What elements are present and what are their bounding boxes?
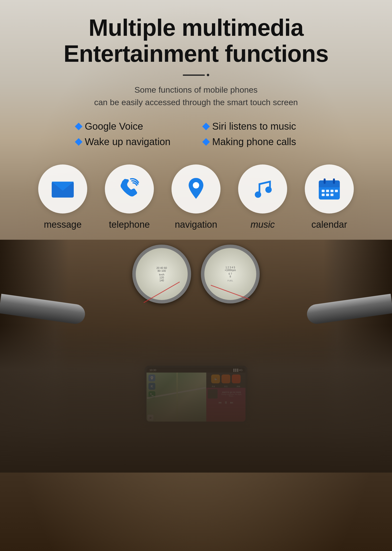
- feature-siri-music: Siri listens to music: [203, 121, 316, 132]
- svg-rect-12: [335, 190, 338, 192]
- svg-point-4: [255, 191, 261, 198]
- calendar-icon-circle: [305, 164, 354, 213]
- main-content: Multiple multimedia Entertainment functi…: [0, 0, 392, 230]
- message-icon-circle: [38, 164, 87, 213]
- feature-wake-navigation: Wake up navigation: [76, 136, 189, 147]
- message-icon: [49, 175, 76, 202]
- message-label: message: [44, 219, 82, 230]
- divider-line: [183, 75, 205, 76]
- telephone-label: telephone: [109, 219, 150, 230]
- motorcycle-section: 20 40 60 80 100 km/h 120 140 1 2 3 4 5 ×…: [0, 240, 392, 473]
- speedometer-needle: [144, 282, 180, 303]
- svg-point-3: [193, 182, 199, 188]
- svg-point-5: [265, 187, 272, 193]
- subtitle-line2: can be easily accessed through the smart…: [94, 98, 298, 107]
- feature-google-voice: Google Voice: [76, 121, 189, 132]
- speedometer-text: 20 40 60 80 100 km/h 120 140: [157, 266, 167, 282]
- divider-dot: [207, 74, 209, 76]
- feature-label: Siri listens to music: [212, 121, 296, 132]
- music-icon: [249, 175, 276, 202]
- navigation-icon: [183, 175, 209, 202]
- calendar-label: calendar: [311, 219, 347, 230]
- icon-item-calendar: calendar: [305, 164, 354, 230]
- telephone-icon-circle: [105, 164, 154, 213]
- navigation-label: navigation: [175, 219, 217, 230]
- diamond-icon: [75, 123, 82, 130]
- page-title: Multiple multimedia Entertainment functi…: [20, 15, 372, 66]
- diamond-icon: [202, 123, 210, 130]
- svg-rect-17: [333, 178, 335, 184]
- calendar-icon: [316, 175, 343, 202]
- svg-rect-16: [324, 178, 326, 184]
- gauge-cluster: 20 40 60 80 100 km/h 120 140 1 2 3 4 5 ×…: [132, 245, 260, 303]
- svg-rect-8: [319, 184, 340, 187]
- music-icon-circle: [238, 164, 287, 213]
- svg-rect-14: [326, 194, 329, 196]
- function-icons-row: message telephone: [20, 164, 372, 230]
- icon-item-music: music: [238, 164, 287, 230]
- divider: [20, 74, 372, 76]
- features-list: Google Voice Siri listens to music Wake …: [61, 121, 331, 147]
- icon-item-message: message: [38, 164, 87, 230]
- rpm-needle: [211, 285, 250, 300]
- feature-label: Google Voice: [85, 121, 143, 132]
- road-simulation: [0, 326, 392, 473]
- svg-rect-9: [322, 190, 325, 192]
- speedometer-gauge: 20 40 60 80 100 km/h 120 140: [132, 245, 191, 303]
- music-label: music: [250, 219, 275, 230]
- svg-rect-13: [322, 194, 325, 196]
- navigation-icon-circle: [172, 164, 220, 213]
- svg-rect-10: [326, 190, 329, 192]
- title-line2: Entertainment functions: [63, 40, 328, 67]
- title-line1: Multiple multimedia: [88, 14, 303, 41]
- icon-item-telephone: telephone: [105, 164, 154, 230]
- feature-phone-calls: Making phone calls: [203, 136, 316, 147]
- diamond-icon: [75, 138, 82, 146]
- feature-label: Wake up navigation: [85, 136, 171, 147]
- subtitle-line1: Some functions of mobile phones: [135, 85, 258, 94]
- subtitle: Some functions of mobile phones can be e…: [20, 84, 372, 109]
- diamond-icon: [202, 138, 210, 146]
- icon-item-navigation: navigation: [172, 164, 220, 230]
- page-container: Multiple multimedia Entertainment functi…: [0, 0, 392, 551]
- feature-label: Making phone calls: [212, 136, 296, 147]
- rpm-gauge: 1 2 3 4 5 ×1000rpm 6 7 8 FUEL: [201, 245, 260, 303]
- svg-rect-15: [331, 194, 333, 196]
- rpm-text: 1 2 3 4 5 ×1000rpm 6 7 8 FUEL: [225, 266, 236, 282]
- svg-rect-11: [331, 190, 333, 192]
- telephone-icon: [116, 175, 143, 202]
